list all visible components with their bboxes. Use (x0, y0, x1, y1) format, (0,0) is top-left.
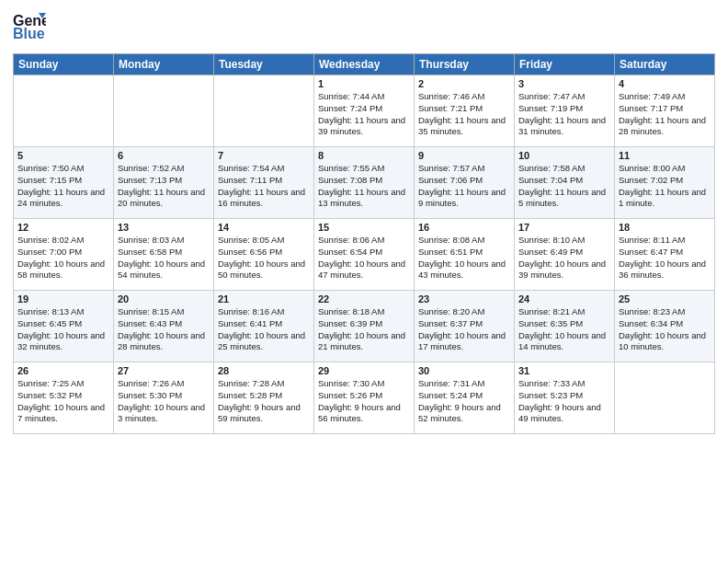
calendar-cell: 12Sunrise: 8:02 AM Sunset: 7:00 PM Dayli… (14, 219, 114, 291)
day-number: 7 (218, 150, 310, 161)
day-number: 4 (619, 78, 711, 89)
calendar-week-3: 12Sunrise: 8:02 AM Sunset: 7:00 PM Dayli… (14, 219, 715, 291)
calendar-cell (114, 75, 214, 147)
day-info: Sunrise: 8:00 AM Sunset: 7:02 PM Dayligh… (619, 163, 711, 210)
day-info: Sunrise: 7:47 AM Sunset: 7:19 PM Dayligh… (518, 91, 610, 138)
day-number: 16 (418, 222, 510, 233)
calendar-table: SundayMondayTuesdayWednesdayThursdayFrid… (13, 53, 715, 434)
day-number: 14 (218, 222, 310, 233)
day-number: 2 (418, 78, 510, 89)
day-number: 26 (17, 365, 109, 376)
day-number: 23 (418, 293, 510, 304)
day-info: Sunrise: 8:16 AM Sunset: 6:41 PM Dayligh… (218, 306, 310, 353)
calendar-cell: 17Sunrise: 8:10 AM Sunset: 6:49 PM Dayli… (515, 219, 615, 291)
weekday-header-saturday: Saturday (615, 54, 715, 75)
day-number: 31 (518, 365, 610, 376)
calendar-cell: 19Sunrise: 8:13 AM Sunset: 6:45 PM Dayli… (14, 291, 114, 362)
day-number: 5 (17, 150, 109, 161)
weekday-header-thursday: Thursday (415, 54, 515, 75)
weekday-header-tuesday: Tuesday (214, 54, 314, 75)
day-number: 21 (218, 293, 310, 304)
calendar-cell: 1Sunrise: 7:44 AM Sunset: 7:24 PM Daylig… (314, 75, 415, 147)
weekday-header-friday: Friday (515, 54, 615, 75)
calendar-cell: 24Sunrise: 8:21 AM Sunset: 6:35 PM Dayli… (515, 291, 615, 362)
day-info: Sunrise: 8:08 AM Sunset: 6:51 PM Dayligh… (418, 235, 510, 282)
calendar-cell: 14Sunrise: 8:05 AM Sunset: 6:56 PM Dayli… (214, 219, 314, 291)
day-info: Sunrise: 7:49 AM Sunset: 7:17 PM Dayligh… (619, 91, 711, 138)
calendar-week-1: 1Sunrise: 7:44 AM Sunset: 7:24 PM Daylig… (14, 75, 715, 147)
day-number: 27 (118, 365, 210, 376)
day-info: Sunrise: 7:30 AM Sunset: 5:26 PM Dayligh… (318, 378, 410, 425)
calendar-cell: 25Sunrise: 8:23 AM Sunset: 6:34 PM Dayli… (615, 291, 715, 362)
calendar-cell: 30Sunrise: 7:31 AM Sunset: 5:24 PM Dayli… (415, 362, 515, 434)
day-number: 17 (518, 222, 610, 233)
day-info: Sunrise: 7:46 AM Sunset: 7:21 PM Dayligh… (418, 91, 510, 138)
day-number: 8 (318, 150, 410, 161)
day-info: Sunrise: 7:52 AM Sunset: 7:13 PM Dayligh… (118, 163, 210, 210)
page: General Blue SundayMondayTuesdayWednesda… (0, 0, 728, 563)
calendar-cell: 21Sunrise: 8:16 AM Sunset: 6:41 PM Dayli… (214, 291, 314, 362)
header: General Blue (13, 9, 715, 46)
calendar-cell: 7Sunrise: 7:54 AM Sunset: 7:11 PM Daylig… (214, 147, 314, 219)
calendar-cell: 15Sunrise: 8:06 AM Sunset: 6:54 PM Dayli… (314, 219, 415, 291)
day-info: Sunrise: 8:13 AM Sunset: 6:45 PM Dayligh… (17, 306, 109, 353)
calendar-cell: 18Sunrise: 8:11 AM Sunset: 6:47 PM Dayli… (615, 219, 715, 291)
calendar-cell: 23Sunrise: 8:20 AM Sunset: 6:37 PM Dayli… (415, 291, 515, 362)
day-info: Sunrise: 8:06 AM Sunset: 6:54 PM Dayligh… (318, 235, 410, 282)
weekday-header-wednesday: Wednesday (314, 54, 415, 75)
day-number: 25 (619, 293, 711, 304)
day-number: 29 (318, 365, 410, 376)
calendar-cell: 8Sunrise: 7:55 AM Sunset: 7:08 PM Daylig… (314, 147, 415, 219)
day-number: 22 (318, 293, 410, 304)
calendar-cell: 13Sunrise: 8:03 AM Sunset: 6:58 PM Dayli… (114, 219, 214, 291)
calendar-cell: 10Sunrise: 7:58 AM Sunset: 7:04 PM Dayli… (515, 147, 615, 219)
calendar-cell: 6Sunrise: 7:52 AM Sunset: 7:13 PM Daylig… (114, 147, 214, 219)
day-info: Sunrise: 8:20 AM Sunset: 6:37 PM Dayligh… (418, 306, 510, 353)
calendar-cell: 5Sunrise: 7:50 AM Sunset: 7:15 PM Daylig… (14, 147, 114, 219)
day-info: Sunrise: 7:55 AM Sunset: 7:08 PM Dayligh… (318, 163, 410, 210)
day-info: Sunrise: 7:54 AM Sunset: 7:11 PM Dayligh… (218, 163, 310, 210)
calendar-week-4: 19Sunrise: 8:13 AM Sunset: 6:45 PM Dayli… (14, 291, 715, 362)
day-info: Sunrise: 8:23 AM Sunset: 6:34 PM Dayligh… (619, 306, 711, 353)
day-info: Sunrise: 8:11 AM Sunset: 6:47 PM Dayligh… (619, 235, 711, 282)
day-number: 3 (518, 78, 610, 89)
svg-text:Blue: Blue (13, 26, 45, 41)
day-number: 9 (418, 150, 510, 161)
day-number: 24 (518, 293, 610, 304)
calendar-cell: 2Sunrise: 7:46 AM Sunset: 7:21 PM Daylig… (415, 75, 515, 147)
day-number: 12 (17, 222, 109, 233)
day-info: Sunrise: 8:02 AM Sunset: 7:00 PM Dayligh… (17, 235, 109, 282)
day-info: Sunrise: 7:44 AM Sunset: 7:24 PM Dayligh… (318, 91, 410, 138)
weekday-header-sunday: Sunday (14, 54, 114, 75)
calendar-cell (214, 75, 314, 147)
calendar-cell: 11Sunrise: 8:00 AM Sunset: 7:02 PM Dayli… (615, 147, 715, 219)
calendar-cell: 26Sunrise: 7:25 AM Sunset: 5:32 PM Dayli… (14, 362, 114, 434)
calendar-cell: 28Sunrise: 7:28 AM Sunset: 5:28 PM Dayli… (214, 362, 314, 434)
calendar-cell: 9Sunrise: 7:57 AM Sunset: 7:06 PM Daylig… (415, 147, 515, 219)
calendar-cell: 31Sunrise: 7:33 AM Sunset: 5:23 PM Dayli… (515, 362, 615, 434)
calendar-week-5: 26Sunrise: 7:25 AM Sunset: 5:32 PM Dayli… (14, 362, 715, 434)
day-number: 11 (619, 150, 711, 161)
day-info: Sunrise: 7:31 AM Sunset: 5:24 PM Dayligh… (418, 378, 510, 425)
day-info: Sunrise: 8:18 AM Sunset: 6:39 PM Dayligh… (318, 306, 410, 353)
day-number: 28 (218, 365, 310, 376)
day-number: 6 (118, 150, 210, 161)
day-number: 30 (418, 365, 510, 376)
day-number: 15 (318, 222, 410, 233)
weekday-header-monday: Monday (114, 54, 214, 75)
day-number: 13 (118, 222, 210, 233)
calendar-cell: 20Sunrise: 8:15 AM Sunset: 6:43 PM Dayli… (114, 291, 214, 362)
day-info: Sunrise: 7:33 AM Sunset: 5:23 PM Dayligh… (518, 378, 610, 425)
calendar-cell (615, 362, 715, 434)
day-number: 1 (318, 78, 410, 89)
day-info: Sunrise: 7:58 AM Sunset: 7:04 PM Dayligh… (518, 163, 610, 210)
calendar-cell: 29Sunrise: 7:30 AM Sunset: 5:26 PM Dayli… (314, 362, 415, 434)
day-info: Sunrise: 7:25 AM Sunset: 5:32 PM Dayligh… (17, 378, 109, 425)
calendar-cell: 3Sunrise: 7:47 AM Sunset: 7:19 PM Daylig… (515, 75, 615, 147)
day-info: Sunrise: 7:26 AM Sunset: 5:30 PM Dayligh… (118, 378, 210, 425)
calendar-cell: 4Sunrise: 7:49 AM Sunset: 7:17 PM Daylig… (615, 75, 715, 147)
day-info: Sunrise: 8:15 AM Sunset: 6:43 PM Dayligh… (118, 306, 210, 353)
weekday-header-row: SundayMondayTuesdayWednesdayThursdayFrid… (14, 54, 715, 75)
calendar-cell: 22Sunrise: 8:18 AM Sunset: 6:39 PM Dayli… (314, 291, 415, 362)
day-number: 10 (518, 150, 610, 161)
